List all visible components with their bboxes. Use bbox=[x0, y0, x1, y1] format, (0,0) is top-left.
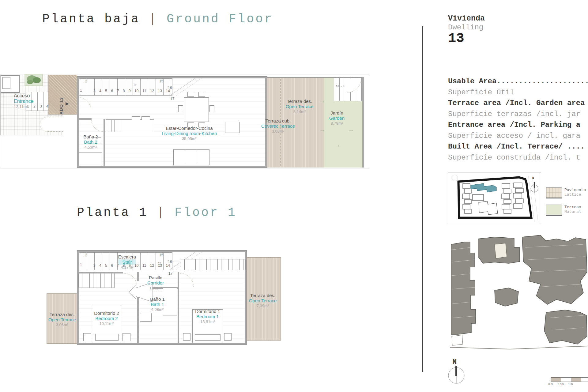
room-name-es: Baño 2 bbox=[83, 134, 98, 139]
room-name-es: Baño 1 bbox=[150, 296, 165, 302]
legend-swatch-lattice bbox=[546, 187, 562, 198]
room-name-en: Bedroom 1 bbox=[195, 314, 220, 319]
scale-segment bbox=[581, 378, 588, 382]
legend-label-natural: Terreno Natural bbox=[564, 205, 581, 214]
stair-number: 12 bbox=[150, 263, 154, 268]
room-name-en: Coverec Terrace bbox=[261, 123, 295, 129]
scale-bar bbox=[551, 377, 588, 382]
room-area: 3,06m² bbox=[48, 322, 76, 327]
room-name-en: Open Terrace bbox=[249, 298, 277, 303]
kitchen-cabinet bbox=[132, 116, 140, 120]
room-area: 7,39m² bbox=[249, 303, 277, 308]
porch-dashed-canopy bbox=[40, 117, 63, 132]
stair-number: 3 bbox=[93, 263, 96, 268]
stair-number: 12 bbox=[150, 89, 154, 93]
shower bbox=[79, 153, 102, 166]
panel-divider bbox=[422, 26, 423, 372]
sink bbox=[140, 313, 152, 322]
compass-north-label: N bbox=[452, 358, 457, 366]
area-line-en: Built Area /Incl. Terrace/ .... bbox=[448, 142, 585, 151]
stair-number: 4 bbox=[99, 263, 101, 268]
wall bbox=[178, 272, 179, 285]
stair-numbers-row: 3 4 5 6 7 8 9 10 11 12 13 14 bbox=[93, 89, 170, 93]
scale-segment bbox=[561, 378, 571, 382]
sofa-cushion-line bbox=[185, 150, 185, 162]
chair bbox=[209, 105, 214, 112]
room-label-bath2: Baño 2 Bath 2 4,53m² bbox=[83, 134, 98, 150]
wardrobe bbox=[181, 259, 246, 270]
floor1-title-es: Planta 1 bbox=[77, 206, 148, 220]
floor1-title-en: Floor 1 bbox=[175, 206, 237, 220]
stair-number: 8 bbox=[123, 89, 125, 93]
room-label-garden: Jardín Garden 8,79m² bbox=[329, 110, 345, 126]
dining-table bbox=[184, 97, 209, 122]
chair bbox=[198, 92, 205, 97]
ground-floor-title: Planta baja | Ground Floor bbox=[42, 12, 273, 26]
sofa-cushion-line bbox=[197, 150, 197, 162]
room-name-es: Jardín bbox=[329, 110, 345, 115]
scale-segment bbox=[551, 378, 561, 382]
ado-direction-icon: ▶ bbox=[66, 101, 69, 106]
kitchen-cabinet bbox=[141, 116, 150, 120]
stair-number: 2 bbox=[85, 253, 87, 257]
room-name-es: Escalera bbox=[118, 254, 136, 259]
stair-direction-icon: ▷ bbox=[134, 83, 137, 87]
room-name-es: Dormitorio 2 bbox=[94, 311, 119, 316]
wall bbox=[78, 118, 92, 120]
room-area: 13,91m² bbox=[195, 319, 220, 324]
scale-label: 1 m bbox=[568, 383, 573, 386]
room-label-covered-terrace: Terraza cub. Coverec Terrace 3,08m² bbox=[261, 118, 295, 134]
stair-number: 17 bbox=[168, 271, 172, 276]
area-line-en: Terrace area /Incl. Garden area bbox=[448, 99, 585, 107]
garden-arrow-icon: → bbox=[319, 97, 325, 104]
stair-number: 5 bbox=[105, 263, 107, 268]
dwelling-label-en: Dwelling bbox=[448, 23, 483, 32]
dwelling-number: 13 bbox=[448, 31, 464, 46]
room-area: 12,11m² bbox=[14, 104, 33, 110]
room-name-es: Terraza des. bbox=[249, 293, 277, 298]
legend-text-es: Pavimento bbox=[564, 188, 586, 192]
area-line-es: Superficie acceso / incl. gara bbox=[448, 132, 580, 140]
scale-segment bbox=[571, 378, 581, 382]
stair-number: 9 bbox=[129, 89, 131, 93]
location-thumbnail bbox=[448, 172, 541, 224]
step-number: 3 bbox=[40, 104, 42, 108]
room-label-corridor: Pasillo Corridor 1,92m² bbox=[147, 275, 164, 291]
room-area: 4,08m² bbox=[150, 307, 165, 312]
stair-number: 6 bbox=[111, 263, 113, 268]
shower bbox=[163, 288, 177, 315]
legend-text-en: Natural bbox=[564, 209, 581, 214]
area-line-es: Superficie terrazas /incl. jar bbox=[448, 110, 580, 118]
room-label-terrace-left: Terraza des. Open Terrace 3,06m² bbox=[48, 312, 76, 327]
room-name-en: Corridor bbox=[147, 280, 164, 285]
scale-label: 0 m bbox=[548, 383, 553, 386]
pillow bbox=[95, 334, 119, 341]
chair bbox=[178, 105, 183, 112]
compass-icon bbox=[448, 365, 466, 385]
stair-number: 15 bbox=[159, 253, 163, 257]
garden-arrow-icon: → bbox=[348, 126, 354, 133]
stair-number: 11 bbox=[142, 89, 146, 93]
stair-number: 17 bbox=[170, 97, 174, 101]
room-area: 4,53m² bbox=[83, 145, 98, 150]
legend-text-es: Terreno bbox=[564, 205, 581, 209]
stair-number: 11 bbox=[142, 263, 146, 268]
stair-number: 6 bbox=[111, 89, 113, 93]
room-label-bedroom2: Dormitorio 2 Bedroom 2 10,11m² bbox=[94, 311, 119, 326]
highlighted-building bbox=[471, 183, 496, 192]
floor1-plan: Terraza des. Open Terrace 3,06m² Terraza… bbox=[0, 251, 294, 345]
wall bbox=[77, 272, 123, 273]
dwelling-label-es: Vivienda bbox=[448, 14, 485, 23]
room-name-en: Stair bbox=[118, 259, 136, 265]
chair bbox=[187, 92, 194, 97]
room-label-living: Estar-Comedor-Cocina Living-Dining room-… bbox=[162, 126, 217, 141]
legend-swatch-natural bbox=[546, 205, 562, 216]
room-label-acceso: Acceso Entrance 12,11m² bbox=[14, 93, 33, 110]
room-area: 8,79m² bbox=[329, 121, 345, 126]
stair-number: 4 bbox=[99, 89, 101, 93]
stair-down-icon: ▽ bbox=[158, 261, 161, 266]
room-name-en: Garden bbox=[329, 115, 345, 121]
wardrobe bbox=[78, 273, 115, 288]
title-separator: | bbox=[149, 12, 158, 26]
room-area: 8,14m² bbox=[286, 109, 314, 114]
